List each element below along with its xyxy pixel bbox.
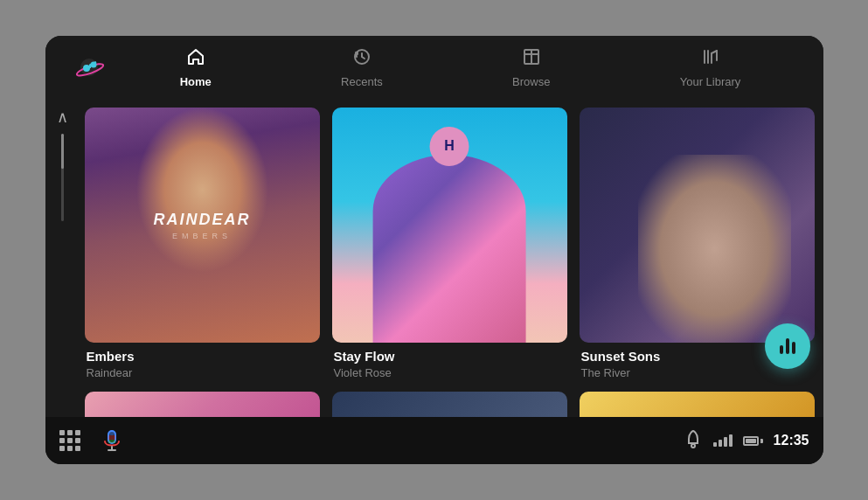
signal-strength-icon (713, 434, 733, 447)
bars-icon (780, 338, 795, 354)
battery-icon (743, 436, 763, 446)
embers-artist: Raindear (87, 366, 318, 379)
svg-point-22 (691, 444, 695, 448)
album-art-sunsetson (580, 108, 815, 343)
grid-dot (59, 430, 65, 435)
grid-dot (75, 446, 80, 451)
nav-item-home[interactable]: Home (163, 40, 229, 95)
album-art-embers: RAINDEAR EMBERS (85, 108, 320, 343)
recents-icon (352, 47, 372, 72)
embers-title: Embers (87, 348, 318, 365)
stayflow-person-body (373, 155, 526, 343)
grid-dot (59, 438, 65, 443)
albums-grid: RAINDEAR EMBERS Embers Raindear (85, 108, 815, 379)
album-preview-3[interactable] (580, 392, 815, 418)
home-label: Home (180, 75, 212, 88)
main-content: ∧ RAINDEAR EMBERS (45, 99, 823, 417)
sunsetson-image (580, 108, 815, 343)
stayflow-head-circle: H (430, 127, 469, 166)
apps-grid-button[interactable] (59, 430, 80, 451)
svg-rect-20 (108, 440, 115, 443)
svg-rect-18 (108, 431, 115, 435)
stayflow-letter: H (444, 138, 455, 154)
embers-info: Embers Raindear (85, 348, 320, 379)
sig-bar-2 (719, 440, 722, 447)
app-logo (73, 51, 106, 84)
bar-2 (786, 338, 789, 354)
grid-dot (75, 430, 80, 435)
recents-label: Recents (341, 75, 383, 88)
sunsetson-artist: The River (581, 366, 813, 379)
grid-dot (67, 446, 73, 451)
sig-bar-3 (724, 437, 727, 447)
bottom-bar: 12:35 (45, 417, 823, 464)
raindear-text-span: RAINDEAR (153, 211, 250, 229)
scroll-up-arrow[interactable]: ∧ (57, 108, 68, 127)
raindear-overlay-title: RAINDEAR (153, 211, 250, 229)
grid-dot (59, 446, 65, 451)
logo-area (63, 51, 115, 84)
clock-display: 12:35 (774, 433, 809, 448)
scroll-track (61, 134, 64, 221)
stayflow-info: Stay Flow Violet Rose (332, 348, 567, 379)
battery-tip (760, 439, 763, 443)
home-icon (186, 47, 205, 72)
nav-item-recents[interactable]: Recents (323, 40, 400, 95)
albums-row2-preview (85, 392, 815, 418)
nav-items: Home Recents (115, 40, 806, 95)
bottom-left-controls (59, 427, 126, 455)
device-frame: Home Recents (45, 36, 823, 464)
notification-bell[interactable] (684, 429, 703, 453)
sunsetson-person (638, 155, 791, 343)
sig-bar-1 (713, 442, 717, 447)
svg-point-2 (83, 65, 90, 72)
album-preview-2[interactable] (332, 392, 567, 418)
stayflow-title: Stay Flow (334, 348, 566, 365)
battery-body (743, 436, 759, 446)
album-preview-1[interactable] (85, 392, 320, 418)
svg-rect-19 (108, 435, 115, 440)
content-area: RAINDEAR EMBERS Embers Raindear (80, 99, 823, 417)
album-card-stayflow[interactable]: H Stay Flow Violet Rose (332, 108, 567, 379)
now-playing-button[interactable] (765, 323, 810, 369)
bar-3 (792, 342, 795, 354)
library-icon (701, 47, 720, 72)
scroll-thumb (61, 134, 64, 169)
browse-icon (522, 47, 541, 72)
grid-dot (67, 430, 73, 435)
grid-dot (67, 438, 73, 443)
embers-subtitle-span: EMBERS (172, 232, 232, 240)
scroll-bar-area: ∧ (45, 99, 80, 417)
album-art-stayflow: H (332, 108, 567, 343)
nav-item-browse[interactable]: Browse (495, 40, 567, 95)
nav-bar: Home Recents (45, 36, 823, 99)
library-label: Your Library (680, 75, 741, 88)
embers-image: RAINDEAR EMBERS (85, 108, 320, 343)
microphone-button[interactable] (98, 427, 126, 455)
bottom-right-status: 12:35 (684, 429, 809, 453)
grid-dot (75, 438, 80, 443)
sig-bar-4 (729, 434, 733, 447)
album-card-embers[interactable]: RAINDEAR EMBERS Embers Raindear (85, 108, 320, 379)
bar-1 (780, 345, 783, 354)
stayflow-artist: Violet Rose (334, 366, 566, 379)
stayflow-image: H (332, 108, 567, 343)
browse-label: Browse (512, 75, 550, 88)
battery-fill (746, 439, 756, 443)
nav-item-library[interactable]: Your Library (663, 40, 759, 95)
